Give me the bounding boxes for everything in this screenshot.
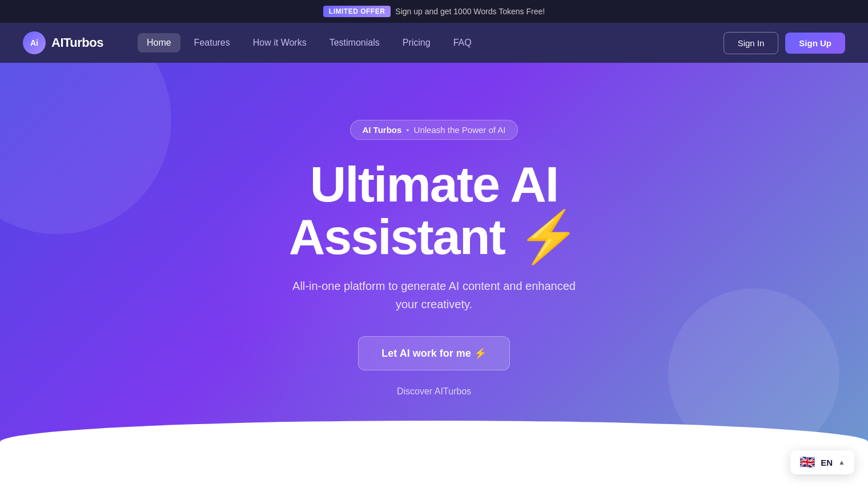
chevron-up-icon: ▲: [838, 458, 845, 466]
nav-link-pricing[interactable]: Pricing: [393, 33, 440, 53]
hero-badge-brand: AI Turbos: [362, 125, 401, 135]
nav-link-how-it-works[interactable]: How it Works: [244, 33, 316, 53]
hero-badge-subtitle: Unleash the Power of AI: [414, 125, 506, 135]
logo-text: AITurbos: [51, 35, 103, 50]
nav-actions: Sign In Sign Up: [724, 32, 845, 54]
offer-text: Sign up and get 1000 Words Tokens Free!: [395, 7, 545, 16]
flag-icon: 🇬🇧: [799, 456, 815, 469]
nav-link-testimonials[interactable]: Testimonials: [320, 33, 389, 53]
hero-description: All-in-one platform to generate AI conte…: [286, 277, 582, 313]
offer-label: LIMITED OFFER: [323, 6, 391, 17]
hero-title: Ultimate AI Assistant ⚡: [289, 158, 580, 264]
hero-title-line2: Assistant ⚡: [289, 208, 580, 265]
nav-link-faq[interactable]: FAQ: [444, 33, 481, 53]
top-banner: LIMITED OFFER Sign up and get 1000 Words…: [0, 0, 868, 23]
language-code: EN: [821, 458, 833, 467]
hero-badge: AI Turbos • Unleash the Power of AI: [350, 120, 517, 140]
hero-badge-dot: •: [406, 125, 409, 135]
nav-links: Home Features How it Works Testimonials …: [138, 33, 724, 53]
nav-link-home[interactable]: Home: [138, 33, 180, 53]
language-selector[interactable]: 🇬🇧 EN ▲: [790, 450, 854, 474]
discover-link[interactable]: Discover AITurbos: [397, 386, 471, 397]
hero-section: AI Turbos • Unleash the Power of AI Ulti…: [0, 63, 868, 488]
logo-icon: Ai: [23, 31, 46, 54]
signup-button[interactable]: Sign Up: [785, 33, 845, 54]
logo[interactable]: Ai AITurbos: [23, 31, 103, 54]
navbar: Ai AITurbos Home Features How it Works T…: [0, 23, 868, 63]
cta-button[interactable]: Let AI work for me ⚡: [358, 336, 509, 370]
signin-button[interactable]: Sign In: [724, 32, 779, 54]
nav-link-features[interactable]: Features: [185, 33, 239, 53]
hero-title-line1: Ultimate AI: [310, 156, 558, 212]
